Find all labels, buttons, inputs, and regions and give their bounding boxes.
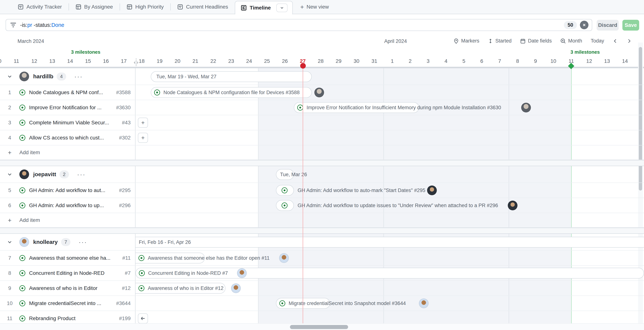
milestone-group-label-april[interactable]: 3 milestones: [570, 49, 600, 55]
issue-pill-11[interactable]: Awareness that someone else has the Edit…: [136, 253, 205, 263]
item-row: 10 Migrate credentialSecret into ... #36…: [0, 296, 644, 311]
open-issue-icon: [282, 187, 288, 193]
tab-label: Current Headlines: [186, 4, 228, 10]
issue-pill-295[interactable]: GH Admin: Add workflow to auto-mark "Sta…: [276, 185, 294, 196]
assignee-avatar-knolleary: [231, 283, 241, 293]
issue-title[interactable]: GH Admin: Add workflow to aut...: [29, 187, 117, 193]
date-fields-button[interactable]: Date fields: [520, 38, 552, 44]
save-button[interactable]: Save: [622, 20, 639, 31]
group-header-hardillb[interactable]: hardillb 4 ···: [0, 68, 136, 85]
sidebar-row-6[interactable]: 6 GH Admin: Add workflow to up... #296: [0, 198, 136, 213]
zoom-level-button[interactable]: Month: [560, 38, 582, 44]
tab-label: Activity Tracker: [26, 4, 62, 10]
issue-number[interactable]: #43: [120, 120, 135, 126]
issue-title[interactable]: Awareness of who is in Editor: [29, 285, 120, 291]
group-menu-button[interactable]: ···: [77, 171, 86, 178]
tab-current-headlines[interactable]: Current Headlines: [171, 0, 235, 14]
filter-icon: [10, 23, 16, 27]
new-view-button[interactable]: + New view: [293, 4, 336, 10]
add-dates-button[interactable]: +: [138, 118, 148, 128]
group-name[interactable]: joepavitt: [33, 171, 56, 177]
group-name[interactable]: knolleary: [33, 239, 58, 245]
assignee-avatar-hardillb: [314, 88, 324, 97]
issue-pill-3588[interactable]: Node Catalogues & NPM configuration file…: [151, 87, 312, 98]
issue-title[interactable]: Rebranding Product: [29, 315, 117, 321]
sidebar-row-2[interactable]: 2 Improve Error Notification for ... #36…: [0, 100, 136, 115]
issue-title[interactable]: Allow CS access to which cust...: [29, 135, 117, 141]
issue-title[interactable]: Awareness that someone else ha...: [29, 255, 120, 261]
row-number: 7: [0, 255, 20, 261]
issue-number[interactable]: #296: [117, 202, 135, 208]
add-dates-button[interactable]: +: [138, 133, 148, 143]
issue-number[interactable]: #3630: [114, 105, 135, 111]
sidebar-row-8[interactable]: 8 Concurrent Editing in Node-RED #7: [0, 266, 136, 280]
issue-title[interactable]: Improve Error Notification for ...: [29, 105, 114, 111]
issue-title[interactable]: Node Catalogues & NPM conf...: [29, 90, 114, 96]
issue-title[interactable]: GH Admin: Add workflow to up...: [29, 202, 117, 208]
date-tick: 9: [534, 58, 537, 64]
horizontal-scrollbar-thumb[interactable]: [290, 325, 348, 329]
timeline-cell: GH Admin: Add workflow to update issues …: [136, 198, 644, 213]
sidebar-row-9[interactable]: 9 Awareness of who is in Editor #12: [0, 281, 136, 295]
date-tick: 24: [246, 58, 252, 64]
sidebar-row-5[interactable]: 5 GH Admin: Add workflow to aut... #295: [0, 183, 136, 198]
issue-number[interactable]: #3588: [114, 90, 135, 96]
sort-started-button[interactable]: Started: [488, 38, 512, 44]
collapse-chevron-icon[interactable]: [0, 239, 20, 245]
issue-pill-7[interactable]: Concurrent Editing in Node-RED #7: [136, 268, 644, 278]
sidebar-row-10[interactable]: 10 Migrate credentialSecret into ... #36…: [0, 296, 136, 310]
scroll-to-item-button[interactable]: [138, 313, 148, 323]
scroll-right-button[interactable]: [626, 39, 632, 44]
issue-number[interactable]: #302: [117, 135, 135, 141]
tab-activity-tracker[interactable]: Activity Tracker: [11, 0, 68, 14]
arrow-right-icon: ›: [137, 60, 138, 65]
date-tick: 18: [139, 58, 144, 64]
sidebar-row-1[interactable]: 1 Node Catalogues & NPM conf... #3588: [0, 85, 136, 100]
clear-filter-button[interactable]: [580, 21, 588, 29]
milestone-group-label-march[interactable]: 3 milestones: [71, 49, 100, 55]
group-header-knolleary[interactable]: knolleary 7 ···: [0, 234, 136, 250]
tab-high-priority[interactable]: High Priority: [120, 0, 170, 14]
group-date-range-pill[interactable]: Fri, Feb 16 - Fri, Apr 26: [136, 237, 644, 248]
add-item-joepavitt[interactable]: + Add item: [0, 213, 136, 227]
filter-query[interactable]: -is:pr -status:Done: [20, 22, 64, 28]
issue-number[interactable]: #3644: [114, 300, 135, 306]
issue-number[interactable]: #7: [123, 270, 135, 276]
group-menu-button[interactable]: ···: [74, 73, 83, 80]
collapse-chevron-icon[interactable]: [0, 172, 20, 177]
issue-number[interactable]: #199: [117, 315, 135, 321]
issue-title[interactable]: Migrate credentialSecret into ...: [29, 300, 114, 306]
issue-pill-296[interactable]: GH Admin: Add workflow to update issues …: [276, 200, 294, 211]
issue-title[interactable]: Complete Minimum Viable Secur...: [29, 120, 120, 126]
arrow-left-icon: ‹: [134, 60, 136, 65]
column-resize-handle[interactable]: ‹ ›: [134, 59, 138, 66]
discard-button[interactable]: Discard: [597, 20, 619, 31]
sidebar-row-3[interactable]: 3 Complete Minimum Viable Secur... #43: [0, 115, 136, 130]
sidebar-row-4[interactable]: 4 Allow CS access to which cust... #302: [0, 130, 136, 145]
horizontal-scrollbar[interactable]: [0, 323, 644, 330]
tab-by-assignee[interactable]: By Assignee: [69, 0, 120, 14]
issue-pill-3630[interactable]: Improve Error Notification for Insuffici…: [294, 102, 419, 113]
item-row: 5 GH Admin: Add workflow to aut... #295 …: [0, 183, 644, 198]
issue-number[interactable]: #11: [120, 255, 135, 261]
add-item-hardillb[interactable]: + Add item: [0, 145, 136, 160]
sidebar-row-7[interactable]: 7 Awareness that someone else ha... #11: [0, 251, 136, 265]
group-date-range-pill[interactable]: Tue, Mar 19 - Wed, Mar 27: [151, 71, 312, 82]
group-menu-button[interactable]: ···: [79, 238, 87, 246]
date-tick: 6: [480, 58, 483, 64]
sidebar-row-11[interactable]: 11 Rebranding Product #199: [0, 311, 136, 323]
scroll-left-button[interactable]: [613, 39, 618, 44]
filter-input[interactable]: -is:pr -status:Done 50: [6, 19, 592, 31]
issue-pill-12[interactable]: Awareness of who is in Editor #12: [136, 283, 226, 294]
issue-number[interactable]: #12: [120, 285, 135, 291]
group-name[interactable]: hardillb: [33, 73, 53, 80]
tab-options-button[interactable]: [276, 4, 288, 12]
markers-button[interactable]: Markers: [453, 38, 480, 44]
tab-timeline-active[interactable]: Timeline: [235, 1, 293, 14]
issue-title[interactable]: Concurrent Editing in Node-RED: [29, 270, 123, 276]
group-header-joepavitt[interactable]: joepavitt 2 ···: [0, 166, 136, 183]
issue-number[interactable]: #295: [117, 187, 135, 193]
collapse-chevron-icon[interactable]: [0, 74, 20, 79]
group-date-range-pill[interactable]: Tue, Mar 26: [276, 169, 294, 180]
today-button[interactable]: Today: [591, 38, 604, 44]
